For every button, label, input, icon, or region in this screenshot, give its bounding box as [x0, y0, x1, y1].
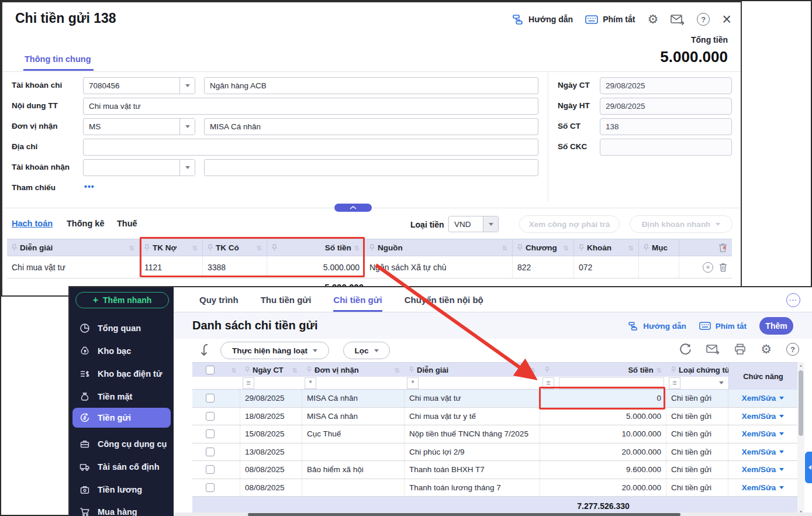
row-checkbox[interactable] [206, 412, 215, 421]
sort-icon[interactable] [231, 366, 236, 374]
column-header[interactable]: Loại chứng từ [666, 363, 728, 377]
column-header[interactable]: Diễn giải [7, 239, 140, 256]
mail-send-icon[interactable] [671, 14, 685, 25]
receiver-name-input[interactable]: MISA Cá nhân [204, 118, 538, 135]
collapse-form-button[interactable] [334, 204, 372, 212]
panel-expand-tab[interactable] [805, 452, 812, 483]
filter-input[interactable] [259, 377, 300, 389]
scrollbar-thumb[interactable] [799, 370, 803, 436]
shortcuts-button[interactable]: Phím tắt [699, 322, 747, 331]
account-in-combo[interactable] [83, 159, 195, 176]
tab-tax[interactable]: Thuế [117, 219, 137, 228]
select-all-checkbox[interactable] [206, 366, 215, 374]
entry-cell-clause[interactable]: 072 [574, 256, 639, 278]
post-date-input[interactable]: 29/08/2025 [600, 98, 732, 115]
delete-row-icon[interactable] [719, 263, 727, 272]
add-row-icon[interactable]: + [703, 262, 713, 273]
tab-general-info[interactable]: Thông tin chung [25, 54, 91, 64]
settings-icon[interactable] [647, 13, 658, 26]
receiver-combo[interactable]: MS [83, 118, 195, 135]
view-edit-button[interactable]: Xem/Sửa [742, 483, 785, 492]
reference-more-link[interactable]: ••• [84, 182, 95, 191]
doc-date-input[interactable]: 29/08/2025 [600, 77, 732, 94]
column-header[interactable]: Ngày CT [240, 363, 302, 377]
tab-internal-transfer[interactable]: Chuyển tiền nội bộ [405, 287, 483, 312]
close-icon[interactable] [722, 13, 731, 25]
scroll-up-arrow[interactable]: ▲ [797, 363, 804, 367]
view-edit-button[interactable]: Xem/Sửa [742, 412, 785, 421]
tab-deposit-receipt[interactable]: Thu tiền gửi [261, 287, 312, 312]
delete-all-rows-button[interactable]: × [679, 239, 732, 256]
filter-input[interactable] [685, 377, 726, 389]
vertical-scrollbar[interactable]: ▲ ▼ [797, 362, 804, 515]
filter-operator[interactable]: = [243, 377, 254, 389]
ckc-no-input[interactable] [600, 139, 732, 156]
view-payables-button[interactable]: Xem công nợ phải trả [519, 215, 620, 233]
tab-statistics[interactable]: Thống kê [67, 219, 104, 228]
entry-cell-debit[interactable]: 1121 [140, 256, 203, 278]
printer-icon[interactable] [734, 343, 746, 355]
more-tabs-icon[interactable]: ··· [786, 293, 800, 307]
sort-icon[interactable] [354, 243, 360, 252]
tab-accounting[interactable]: Hạch toán [12, 219, 53, 228]
refresh-icon[interactable] [679, 343, 692, 356]
column-header[interactable]: Mục [639, 239, 679, 256]
quick-entry-button[interactable]: Định khoản nhanh [630, 215, 732, 233]
batch-actions-button[interactable]: Thực hiện hàng loạt [220, 342, 329, 359]
sidebar-item-cash[interactable]: Tiền mặt [72, 385, 171, 408]
sidebar-item-tools[interactable]: Công cụ dụng cụ [72, 432, 171, 455]
help-icon[interactable] [786, 343, 799, 356]
sort-icon[interactable] [502, 243, 507, 252]
sort-icon[interactable] [628, 243, 634, 252]
sort-icon[interactable] [129, 243, 134, 252]
sort-icon[interactable] [530, 366, 535, 374]
view-edit-button[interactable]: Xem/Sửa [742, 394, 785, 403]
filter-operator[interactable]: * [407, 377, 419, 389]
entry-cell-description[interactable]: Chi mua vật tư [7, 256, 140, 278]
column-header[interactable]: TK Có [203, 239, 267, 256]
filter-input[interactable] [559, 377, 664, 389]
sidebar-item-treasury[interactable]: Kho bạc [72, 339, 171, 362]
column-header[interactable]: Chương [513, 239, 574, 256]
filter-cell-description[interactable]: * [405, 377, 540, 389]
tab-workflow[interactable]: Quy trình [199, 287, 239, 312]
sidebar-item-purchasing[interactable]: Mua hàng [72, 500, 171, 516]
filter-button[interactable]: Lọc [343, 342, 390, 359]
sidebar-item-deposit[interactable]: Tiền gửi [72, 408, 171, 428]
filter-operator[interactable]: = [543, 377, 554, 389]
account-out-combo[interactable]: 7080456 [83, 77, 195, 94]
row-checkbox[interactable] [206, 465, 215, 474]
scrollbar-thumb[interactable] [248, 513, 680, 516]
column-header[interactable]: Đơn vị nhận [302, 363, 405, 377]
settings-icon[interactable] [761, 343, 772, 356]
view-edit-button[interactable]: Xem/Sửa [742, 448, 785, 456]
sidebar-item-etreasury[interactable]: Kho bạc điện tử [72, 362, 171, 385]
column-header[interactable]: Nguồn [365, 239, 513, 256]
view-edit-button[interactable]: Xem/Sửa [742, 465, 785, 474]
sidebar-item-payroll[interactable]: Tiền lương [72, 478, 171, 501]
chevron-down-icon[interactable] [179, 160, 195, 176]
add-button[interactable]: Thêm [759, 317, 793, 335]
help-icon[interactable] [697, 13, 710, 26]
sort-flow-icon[interactable] [199, 343, 211, 357]
horizontal-scrollbar[interactable] [174, 512, 812, 516]
filter-cell-doctype[interactable]: = [666, 377, 728, 389]
sort-icon[interactable] [564, 243, 569, 252]
filter-operator[interactable]: * [305, 377, 316, 389]
row-checkbox[interactable] [206, 394, 215, 403]
filter-cell-amount[interactable]: = [540, 377, 666, 389]
column-header[interactable]: Khoản [574, 239, 639, 256]
address-input[interactable] [83, 139, 538, 156]
filter-operator[interactable]: = [669, 377, 680, 389]
entry-cell-credit[interactable]: 3388 [203, 256, 267, 278]
column-header[interactable] [227, 363, 240, 377]
filter-input[interactable] [321, 377, 402, 389]
quick-add-button[interactable]: + Thêm nhanh [75, 292, 169, 308]
chevron-down-icon[interactable] [179, 78, 195, 94]
guide-button[interactable]: Hướng dẫn [513, 15, 573, 25]
row-checkbox[interactable] [206, 448, 215, 456]
sort-icon[interactable] [192, 243, 198, 252]
guide-button[interactable]: Hướng dẫn [628, 322, 686, 331]
account-out-name-input[interactable]: Ngân hàng ACB [204, 77, 538, 94]
chevron-down-icon[interactable] [719, 381, 724, 384]
